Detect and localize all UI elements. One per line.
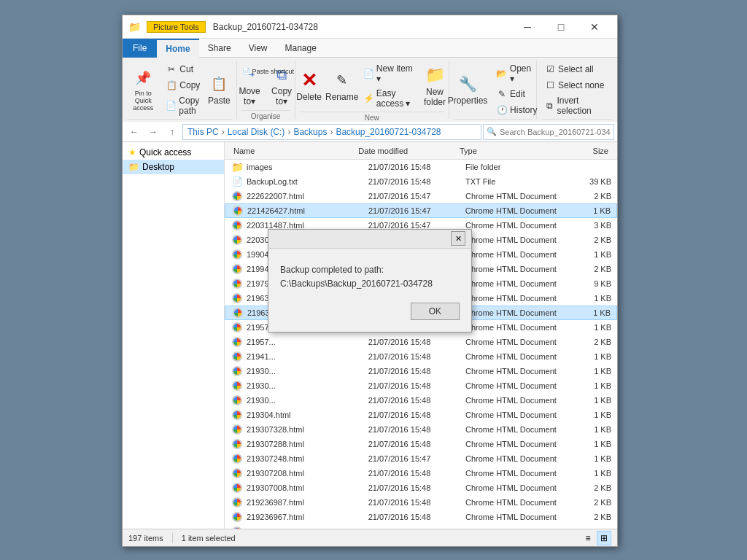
dialog-ok-button[interactable]: OK — [411, 303, 460, 320]
dialog-message: Backup completed to path: C:\Backups\Bac… — [280, 265, 433, 289]
backup-dialog: ✕ Backup completed to path: C:\Backups\B… — [268, 229, 472, 332]
dialog-overlay: ✕ Backup completed to path: C:\Backups\B… — [123, 15, 617, 546]
explorer-window: 📁 Picture Tools Backup_20160721-034728 ─… — [122, 15, 618, 547]
dialog-close-button[interactable]: ✕ — [451, 231, 465, 246]
dialog-title-bar: ✕ — [268, 230, 471, 249]
dialog-body: Backup completed to path: C:\Backups\Bac… — [280, 263, 460, 291]
dialog-footer: OK — [280, 303, 460, 320]
